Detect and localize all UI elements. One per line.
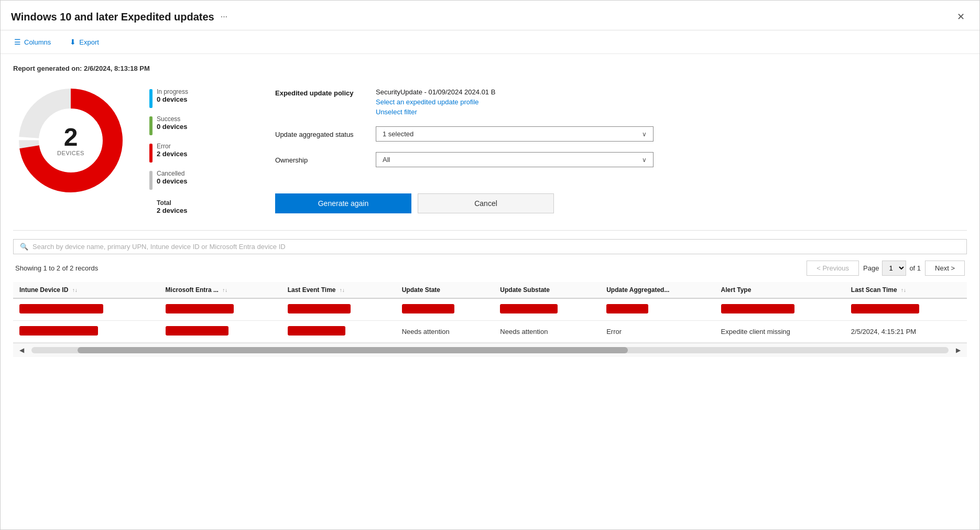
columns-button[interactable]: ☰ Columns	[11, 36, 54, 48]
policy-value-text: SecurityUpdate - 01/09/2024 2024.01 B	[376, 88, 495, 96]
cell-entra-id	[159, 321, 281, 343]
page-of: of 1	[909, 264, 921, 272]
ownership-label: Ownership	[275, 152, 369, 164]
redacted-value	[166, 326, 228, 336]
legend-item-cancelled: Cancelled 0 devices	[149, 170, 223, 190]
legend-item-total: Total 2 devices	[149, 199, 223, 214]
cell-update-substate: Needs attention	[494, 321, 600, 343]
page-title: Windows 10 and later Expedited updates	[11, 11, 214, 23]
previous-button[interactable]: < Previous	[807, 261, 859, 276]
update-agg-filter-row: Update aggregated status 1 selected ∨	[275, 126, 684, 142]
unselect-filter-link[interactable]: Unselect filter	[376, 108, 495, 116]
table-header-row: Intune Device ID ↑↓ Microsoft Entra ... …	[13, 282, 967, 298]
sort-icon[interactable]: ↑↓	[222, 287, 227, 293]
cell-last-event	[281, 321, 396, 343]
donut-label: DEVICES	[57, 150, 84, 156]
scroll-thumb[interactable]	[78, 347, 628, 353]
toolbar: ☰ Columns ⬇ Export	[1, 30, 979, 54]
redacted-value	[500, 304, 558, 313]
search-bar: 🔍	[13, 239, 967, 254]
update-agg-dropdown[interactable]: 1 selected ∨	[376, 126, 654, 142]
update-agg-label: Update aggregated status	[275, 126, 369, 138]
redacted-value	[851, 304, 919, 313]
cell-alert-type	[715, 298, 845, 321]
legend-text-cancelled: Cancelled 0 devices	[157, 170, 188, 185]
redacted-value	[721, 304, 794, 313]
report-generated-text: Report generated on: 2/6/2024, 8:13:18 P…	[13, 64, 967, 72]
col-update-state: Update State	[396, 282, 494, 298]
col-update-substate: Update Substate	[494, 282, 600, 298]
scroll-left-button[interactable]: ◀	[17, 345, 26, 355]
sort-icon[interactable]: ↑↓	[340, 287, 345, 293]
legend-count-total: 2 devices	[157, 207, 188, 214]
table-controls: Showing 1 to 2 of 2 records < Previous P…	[13, 261, 967, 276]
legend-category: Cancelled	[157, 170, 188, 177]
columns-icon: ☰	[14, 38, 21, 46]
scroll-track[interactable]	[31, 347, 949, 353]
legend-bar-success	[149, 116, 153, 135]
cell-update-agg	[600, 298, 714, 321]
title-bar: Windows 10 and later Expedited updates ·…	[1, 1, 979, 30]
redacted-value	[19, 304, 103, 313]
legend-text-inprogress: In progress 0 devices	[157, 88, 188, 103]
next-button[interactable]: Next >	[925, 261, 965, 276]
cell-update-substate	[494, 298, 600, 321]
action-buttons: Generate again Cancel	[275, 193, 684, 213]
export-icon: ⬇	[70, 38, 76, 46]
update-agg-value: 1 selected	[383, 130, 413, 138]
col-entra-id: Microsoft Entra ... ↑↓	[159, 282, 281, 298]
cell-intune-id	[13, 321, 159, 343]
legend-category: Error	[157, 143, 188, 150]
select-profile-link[interactable]: Select an expedited update profile	[376, 98, 495, 106]
table-header: Intune Device ID ↑↓ Microsoft Entra ... …	[13, 282, 967, 298]
legend-item-error: Error 2 devices	[149, 143, 223, 163]
table-section: 🔍 Showing 1 to 2 of 2 records < Previous…	[13, 230, 967, 357]
scroll-right-button[interactable]: ▶	[954, 345, 963, 355]
search-icon: 🔍	[20, 243, 28, 251]
redacted-value	[288, 326, 345, 336]
legend-text-total: Total 2 devices	[157, 199, 188, 214]
export-button[interactable]: ⬇ Export	[67, 36, 102, 48]
chart-legend: In progress 0 devices Success 0 devices …	[149, 83, 223, 214]
redacted-value	[166, 304, 234, 313]
redacted-value	[288, 304, 351, 313]
chevron-down-icon: ∨	[642, 156, 647, 164]
legend-category: Success	[157, 115, 188, 123]
cancel-button[interactable]: Cancel	[418, 193, 554, 213]
legend-count: 0 devices	[157, 95, 188, 103]
redacted-value	[402, 304, 454, 313]
cell-last-scan	[845, 298, 967, 321]
title-bar-left: Windows 10 and later Expedited updates ·…	[11, 11, 227, 23]
page-number-select[interactable]: 1	[882, 261, 906, 276]
legend-bar-cancelled	[149, 171, 153, 190]
legend-count: 0 devices	[157, 177, 188, 185]
close-button[interactable]: ✕	[953, 9, 969, 25]
export-label: Export	[79, 38, 99, 46]
records-info: Showing 1 to 2 of 2 records	[15, 264, 98, 272]
ownership-dropdown[interactable]: All ∨	[376, 152, 654, 167]
redacted-value	[606, 304, 648, 313]
page-select-group: Page 1 of 1	[863, 261, 921, 276]
legend-text-error: Error 2 devices	[157, 143, 188, 158]
data-table: Intune Device ID ↑↓ Microsoft Entra ... …	[13, 282, 967, 343]
cell-entra-id	[159, 298, 281, 321]
policy-label: Expedited update policy	[275, 88, 369, 97]
search-input[interactable]	[32, 243, 960, 251]
col-update-agg: Update Aggregated...	[600, 282, 714, 298]
more-options-icon[interactable]: ···	[221, 12, 227, 21]
policy-row: Expedited update policy SecurityUpdate -…	[275, 88, 684, 116]
cell-update-agg: Error	[600, 321, 714, 343]
col-intune-id: Intune Device ID ↑↓	[13, 282, 159, 298]
cell-alert-type: Expedite client missing	[715, 321, 845, 343]
legend-item-inprogress: In progress 0 devices	[149, 88, 223, 108]
sort-icon[interactable]: ↑↓	[72, 287, 78, 293]
ownership-value: All	[383, 156, 390, 164]
generate-again-button[interactable]: Generate again	[275, 193, 411, 213]
cell-last-event	[281, 298, 396, 321]
cell-update-state: Needs attention	[396, 321, 494, 343]
table-row: Needs attention Needs attention Error Ex…	[13, 321, 967, 343]
horizontal-scrollbar[interactable]: ◀ ▶	[13, 343, 967, 357]
legend-text-success: Success 0 devices	[157, 115, 188, 131]
sort-icon[interactable]: ↑↓	[901, 287, 906, 293]
legend-category: In progress	[157, 88, 188, 95]
